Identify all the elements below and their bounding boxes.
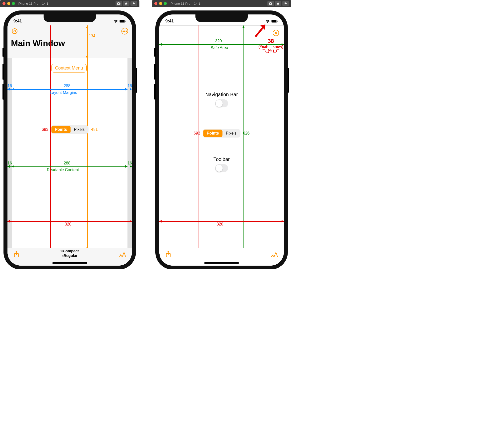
traffic-lights	[2, 2, 15, 5]
label-top-offset: 134	[89, 34, 95, 38]
simulator-body: 9:41 Main Window	[0, 7, 139, 269]
arrowhead-icon	[125, 165, 127, 168]
toolbar-setting: Toolbar	[159, 156, 284, 172]
wifi-icon	[114, 20, 118, 23]
annotation-value: 38	[258, 38, 283, 44]
toolbar-label: Toolbar	[159, 156, 284, 162]
segment-points[interactable]: Points	[203, 130, 222, 137]
navbar-setting: Navigation Bar	[159, 92, 284, 107]
mute-switch[interactable]	[2, 48, 4, 57]
label-height-orange: 481	[91, 127, 98, 132]
label-layout-margins-width: 288	[64, 84, 70, 88]
arrowhead-icon	[86, 56, 88, 59]
label-layout-inset-left: 16	[7, 84, 12, 88]
titlebar[interactable]: iPhone 11 Pro – 14.1	[152, 0, 291, 7]
home-icon	[276, 2, 280, 5]
text-size-button[interactable]: AA	[271, 251, 278, 258]
segment-points[interactable]: Points	[51, 126, 70, 133]
guide-readable-content	[12, 166, 127, 167]
guide-readable-inset-right	[7, 166, 12, 167]
rotate-icon	[132, 2, 135, 5]
battery-icon	[120, 20, 126, 23]
titlebar-buttons	[116, 1, 137, 6]
segment-pixels[interactable]: Pixels	[222, 130, 240, 137]
arrowhead-icon	[7, 220, 10, 223]
annotation-note-2: ¯\_(ツ)_/¯	[258, 49, 283, 53]
titlebar[interactable]: iPhone 11 Pro – 14.1	[0, 0, 139, 7]
arrowhead-icon	[130, 220, 132, 223]
phone-frame: 9:41 Main Window	[3, 10, 136, 269]
rotate-button[interactable]	[130, 1, 137, 6]
label-safe-area-width: 320	[215, 39, 222, 43]
label-height-red: 693	[42, 127, 49, 132]
power-button[interactable]	[288, 68, 289, 93]
simulator-window-left: iPhone 11 Pro – 14.1 9:41	[0, 0, 139, 269]
toolbar-switch[interactable]	[215, 164, 228, 172]
label-safe-area: Safe Area	[211, 46, 228, 50]
arrowhead-icon	[159, 43, 162, 46]
label-height-red: 693	[194, 131, 200, 136]
segment-pixels[interactable]: Pixels	[70, 126, 88, 133]
zoom-window-button[interactable]	[164, 2, 167, 5]
simulator-body: 9:41	[152, 7, 291, 269]
home-icon	[124, 2, 128, 5]
volume-down-button[interactable]	[2, 84, 4, 100]
label-readable-inset-right: 16	[127, 161, 132, 165]
size-class-w-prefix: w	[61, 249, 63, 253]
arrowhead-icon	[242, 26, 245, 28]
svg-rect-12	[277, 21, 278, 22]
notch	[44, 14, 96, 22]
home-button[interactable]	[275, 1, 281, 6]
power-button[interactable]	[136, 68, 137, 93]
volume-down-button[interactable]	[154, 84, 156, 100]
annotation-note-1: (Yeah, I know)	[258, 44, 283, 49]
mute-switch[interactable]	[154, 48, 156, 57]
svg-point-7	[124, 31, 125, 31]
titlebar-buttons	[267, 1, 289, 6]
label-height-green: 626	[243, 131, 250, 136]
label-full-width: 320	[217, 222, 223, 226]
home-indicator[interactable]	[204, 262, 239, 264]
guide-red-vertical	[50, 25, 51, 266]
context-menu-button[interactable]: Context Menu	[51, 64, 87, 73]
close-icon	[272, 29, 279, 36]
zoom-window-button[interactable]	[12, 2, 15, 5]
navbar-switch[interactable]	[215, 99, 228, 107]
rotate-icon	[284, 2, 287, 5]
minimize-window-button[interactable]	[7, 2, 10, 5]
screenshot-button[interactable]	[116, 1, 122, 6]
home-button[interactable]	[123, 1, 129, 6]
text-size-large-icon: A	[122, 251, 126, 258]
battery-icon	[271, 20, 278, 23]
share-icon	[13, 251, 19, 258]
guide-green-vertical	[243, 25, 244, 266]
volume-up-button[interactable]	[154, 64, 156, 80]
volume-up-button[interactable]	[2, 64, 4, 80]
ellipsis-icon[interactable]	[121, 27, 128, 35]
home-indicator[interactable]	[52, 262, 87, 264]
label-layout-margins: Layout Margins	[50, 90, 77, 95]
close-button[interactable]	[272, 29, 280, 37]
status-time: 9:41	[13, 19, 22, 24]
svg-point-6	[123, 31, 123, 31]
close-window-button[interactable]	[2, 2, 5, 5]
svg-rect-2	[125, 21, 126, 22]
arrowhead-icon	[282, 220, 284, 223]
wifi-icon	[265, 20, 270, 23]
minimize-window-button[interactable]	[159, 2, 162, 5]
status-time: 9:41	[165, 19, 174, 24]
rotate-button[interactable]	[282, 1, 289, 6]
screenshot-button[interactable]	[267, 1, 274, 6]
label-readable-content: Readable Content	[47, 168, 79, 172]
guide-layout-margin-inset-right	[7, 89, 12, 90]
arrowhead-icon	[125, 88, 127, 90]
close-window-button[interactable]	[154, 2, 157, 5]
share-button[interactable]	[165, 251, 171, 259]
share-icon	[165, 251, 171, 258]
page-title: Main Window	[11, 38, 128, 48]
share-button[interactable]	[13, 251, 19, 259]
unit-segmented-control: Points Pixels	[203, 129, 241, 138]
navbar-label: Navigation Bar	[159, 92, 284, 97]
gear-icon[interactable]	[11, 27, 18, 35]
text-size-button[interactable]: AA	[119, 251, 126, 258]
